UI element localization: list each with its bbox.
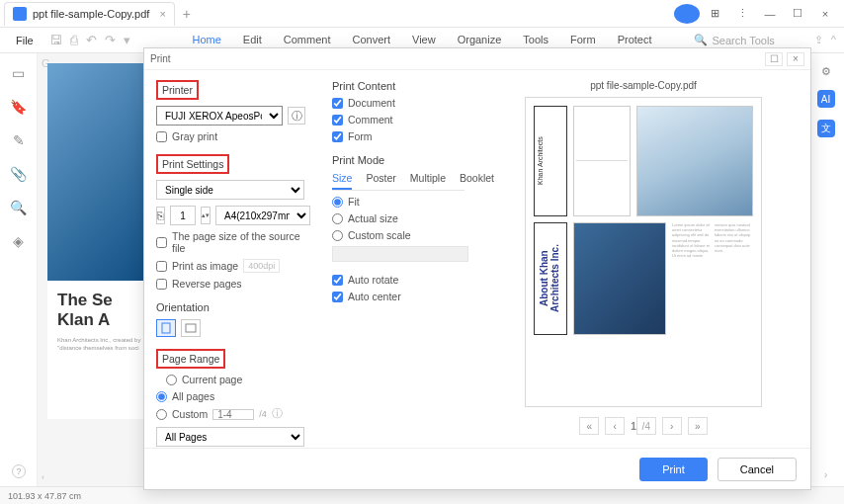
- dialog-maximize-icon[interactable]: ☐: [765, 52, 783, 66]
- all-pages-radio[interactable]: [156, 391, 167, 402]
- app-icon: [13, 7, 27, 21]
- doc-checkbox[interactable]: [332, 98, 343, 109]
- quick-toolbar: 🖫 ⎙ ↶ ↷ ▾: [42, 33, 138, 47]
- maximize-icon[interactable]: ☐: [785, 4, 810, 24]
- preview-side-block: Khan Architects: [534, 106, 567, 216]
- collapse-icon[interactable]: ^: [831, 34, 836, 46]
- dialog-close-icon[interactable]: ×: [787, 52, 804, 66]
- file-menu[interactable]: File: [8, 35, 42, 46]
- last-page-icon[interactable]: »: [688, 417, 708, 435]
- cancel-button[interactable]: Cancel: [717, 458, 797, 481]
- form-checkbox[interactable]: [332, 131, 343, 142]
- actual-radio[interactable]: [332, 213, 343, 224]
- current-page-label: Current page: [182, 374, 242, 385]
- svg-rect-1: [186, 324, 196, 332]
- comment-label: Comment: [348, 114, 393, 126]
- custom-scale-radio[interactable]: [332, 230, 343, 241]
- tune-icon[interactable]: ⚙: [821, 65, 831, 78]
- custom-scale-label: Custom scale: [348, 229, 411, 241]
- add-tab-button[interactable]: +: [183, 6, 191, 22]
- preview-about-heading: About Khan Architects Inc.: [534, 222, 567, 335]
- bg-para: Khan Architects Inc., created by "distan…: [57, 336, 146, 353]
- attachment-icon[interactable]: 📎: [10, 166, 27, 182]
- preview-body-text: Lorem ipsum dolor sit amet consectetur a…: [672, 222, 753, 335]
- preview-column: ppt file-sample-Copy.pdf Khan Architects…: [476, 70, 810, 448]
- current-page: 1/4: [631, 417, 656, 435]
- nav-left-icon[interactable]: ‹: [42, 472, 44, 482]
- more-icon[interactable]: ⋮: [729, 4, 755, 24]
- dpi-field: 400dpi: [243, 259, 280, 273]
- tab-title: ppt file-sample-Copy.pdf: [33, 8, 149, 20]
- minimize-icon[interactable]: —: [757, 4, 783, 24]
- tab-multiple[interactable]: Multiple: [410, 172, 446, 190]
- printer-section-label: Printer: [156, 80, 199, 100]
- print-dialog: Print ☐ × Printer FUJI XEROX ApeosPort-V…: [143, 47, 811, 490]
- range-help-icon[interactable]: ⓘ: [272, 407, 283, 421]
- landscape-button[interactable]: [181, 319, 201, 337]
- prev-page-icon[interactable]: ‹: [605, 417, 625, 435]
- copies-input[interactable]: [170, 206, 196, 225]
- custom-range-radio[interactable]: [156, 409, 167, 420]
- source-size-checkbox[interactable]: [156, 237, 167, 248]
- preview-nav: « ‹ 1/4 › »: [525, 415, 762, 438]
- tab-size[interactable]: Size: [332, 172, 352, 190]
- page-dimensions: 101.93 x 47.87 cm: [8, 491, 81, 501]
- auto-center-checkbox[interactable]: [332, 292, 343, 302]
- nav-right-icon[interactable]: ›: [824, 468, 828, 480]
- translate-icon[interactable]: 文: [817, 120, 835, 137]
- page-range-label: Page Range: [156, 349, 225, 369]
- search-tools[interactable]: 🔍 Search Tools: [694, 34, 813, 46]
- auto-center-label: Auto center: [348, 291, 401, 302]
- print-icon[interactable]: ⎙: [70, 33, 78, 47]
- layers-icon[interactable]: ◈: [13, 233, 24, 249]
- paper-select[interactable]: A4(210x297mm) 21...: [215, 206, 310, 225]
- custom-range-input[interactable]: [212, 409, 254, 420]
- collate-icon[interactable]: ⎘: [156, 207, 165, 224]
- preview-mini-card: [573, 106, 631, 216]
- preview-page: Khan Architects About Khan Architects In…: [525, 97, 762, 407]
- search-label: Search Tools: [712, 35, 774, 46]
- document-tab[interactable]: ppt file-sample-Copy.pdf ×: [4, 2, 175, 26]
- portrait-button[interactable]: [156, 319, 176, 337]
- settings-icon[interactable]: ⊞: [702, 4, 727, 24]
- search-panel-icon[interactable]: 🔍: [10, 200, 27, 215]
- user-avatar-icon[interactable]: [674, 4, 700, 24]
- auto-rotate-checkbox[interactable]: [332, 275, 343, 286]
- tab-poster[interactable]: Poster: [366, 172, 395, 190]
- dialog-header: Print ☐ ×: [144, 48, 810, 70]
- print-mode-label: Print Mode: [332, 154, 464, 166]
- first-page-icon[interactable]: «: [579, 417, 599, 435]
- save-icon[interactable]: 🖫: [49, 33, 62, 47]
- expand-icon[interactable]: ▾: [124, 33, 130, 47]
- comment-checkbox[interactable]: [332, 115, 343, 126]
- print-button[interactable]: Print: [639, 458, 708, 481]
- page-icon[interactable]: ▭: [12, 65, 25, 81]
- printer-select[interactable]: FUJI XEROX ApeosPort-VI C3370: [156, 106, 283, 126]
- duplex-select[interactable]: Single side: [156, 180, 304, 200]
- ai-chip-icon[interactable]: AI: [817, 90, 835, 108]
- current-page-radio[interactable]: [166, 375, 177, 385]
- close-window-icon[interactable]: ×: [812, 4, 838, 24]
- copies-stepper[interactable]: ▴▾: [201, 207, 211, 224]
- page-subset-select[interactable]: All Pages: [156, 427, 304, 447]
- undo-icon[interactable]: ↶: [86, 33, 97, 47]
- auto-rotate-label: Auto rotate: [348, 274, 398, 286]
- gray-print-checkbox[interactable]: [156, 131, 167, 142]
- scale-slider: [332, 246, 468, 262]
- bookmark-icon[interactable]: 🔖: [10, 99, 27, 115]
- share-icon[interactable]: ⇪: [814, 34, 823, 46]
- annotation-icon[interactable]: ✎: [13, 132, 25, 148]
- print-image-label: Print as image: [172, 260, 238, 272]
- print-image-checkbox[interactable]: [156, 261, 167, 272]
- help-icon[interactable]: ?: [12, 464, 26, 478]
- close-tab-icon[interactable]: ×: [159, 8, 165, 20]
- printer-properties-icon[interactable]: ⓘ: [288, 107, 305, 125]
- fit-radio[interactable]: [332, 197, 343, 208]
- window-titlebar: ppt file-sample-Copy.pdf × + ⊞ ⋮ — ☐ ×: [0, 0, 844, 28]
- doc-label: Document: [348, 97, 395, 109]
- reverse-checkbox[interactable]: [156, 279, 167, 290]
- next-page-icon[interactable]: ›: [662, 417, 682, 435]
- right-toolbar: ⚙ AI 文 ›: [806, 53, 844, 492]
- redo-icon[interactable]: ↷: [105, 33, 116, 47]
- print-content-label: Print Content: [332, 80, 464, 92]
